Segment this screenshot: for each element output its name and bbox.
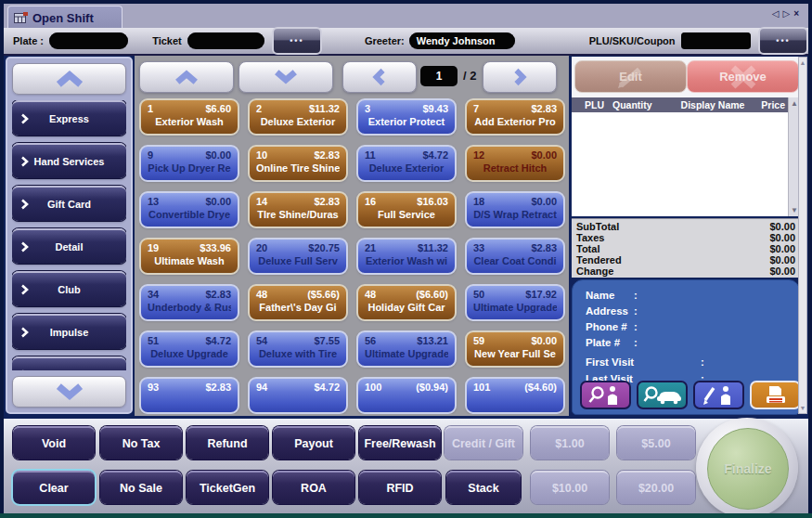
scroll-down-icon[interactable]: ▼ [791,206,798,214]
denom-10-button[interactable]: $10.00 [531,471,609,504]
order-table-body [572,112,788,216]
product-button[interactable]: 101($4.60) [465,377,565,414]
roa-button[interactable]: ROA [273,471,354,504]
denom-1-button[interactable]: $1.00 [531,426,609,460]
credit-gift-button[interactable]: Credit / Gift [445,426,522,460]
sidebar-item-gift-card[interactable]: Gift Card [12,186,126,221]
ticket-more-button[interactable]: ••• [272,27,322,55]
category-scroll-up-button[interactable] [12,63,126,95]
payout-button[interactable]: Payout [273,426,354,460]
main-content: Express Hand Services Gift Card Detail C… [4,56,808,416]
nav-forward-icon[interactable]: ▷ [782,8,793,19]
product-button[interactable]: 51$4.72 Deluxe Upgrade [139,330,239,368]
sidebar-item-hand-services[interactable]: Hand Services [12,143,126,178]
product-button[interactable]: 93$2.83 [139,377,239,414]
no-sale-button[interactable]: No Sale [100,471,182,504]
column-display-name: Display Name [670,99,755,110]
column-plu: PLU [585,99,612,110]
finalize-ring: Finalize [696,418,798,518]
totals-panel: SubTotal$0.00 Taxes$0.00 Total$0.00 Tend… [572,218,800,278]
chevron-right-icon [20,369,29,371]
grid-scroll-down-button[interactable] [238,61,333,93]
product-button[interactable]: 56$13.21 Ultimate Upgrade [356,330,457,368]
product-button[interactable]: 59$0.00 New Year Full Se [465,330,565,368]
scroll-up-icon[interactable]: ▲ [791,99,798,108]
stack-button[interactable]: Stack [446,471,521,504]
ticket-input[interactable] [187,32,264,49]
free-rewash-button[interactable]: Free/Rewash [359,426,441,460]
product-button[interactable]: 3$9.43 Exterior Protect [356,98,457,136]
sidebar-item-club[interactable]: Club [12,271,126,306]
panel-scrollbar[interactable]: ▲ ▼ [798,57,807,414]
scroll-up-icon[interactable]: ▲ [800,59,806,66]
denom-5-button[interactable]: $5.00 [617,426,695,460]
product-button[interactable]: 33$2.83 Clear Coat Condi [465,238,565,275]
product-button[interactable]: 12$0.00 Retract Hitch [465,145,565,182]
ticketgen-button[interactable]: TicketGen [187,471,268,504]
edit-item-button[interactable]: Edit [574,60,687,93]
print-receipt-button[interactable] [750,381,801,409]
finalize-button[interactable]: Finalize [707,428,789,510]
customer-plate-row: Plate #: [586,337,638,348]
search-customer-button[interactable] [580,381,631,409]
product-button[interactable]: 14$2.83 TIre Shine/Duras [248,191,348,228]
search-vehicle-button[interactable] [637,381,688,409]
sidebar-item-impulse[interactable]: Impulse [12,314,126,349]
sidebar-item-express[interactable]: Express [12,100,126,136]
clear-button[interactable]: Clear [13,471,95,504]
customer-phone-row: Phone #: [586,321,638,332]
product-button[interactable]: 13$0.00 Convertible Drye [139,191,239,228]
product-button[interactable]: 94$4.72 [248,377,348,414]
product-button[interactable]: 1$6.60 Exterior Wash [139,98,239,136]
chevron-right-icon [20,156,29,168]
plu-sku-coupon-input[interactable] [681,32,752,49]
denom-20-button[interactable]: $20.00 [617,471,695,504]
product-button[interactable]: 11$4.72 Deluxe Exterior [356,145,457,182]
grid-scroll-up-button[interactable] [139,61,234,93]
remove-item-button[interactable]: Remove [687,60,799,93]
close-icon[interactable]: × [793,8,803,19]
product-button[interactable]: 21$11.32 Exterior Wash wi [356,238,457,275]
grid-row: 51$4.72 Deluxe Upgrade 54$7.55 Deluxe wi… [139,330,568,368]
category-scroll-down-button[interactable] [12,376,126,408]
plate-input[interactable] [49,32,128,49]
tab-open-shift[interactable]: Open Shift [7,6,122,29]
total-row: Taxes$0.00 [576,232,795,243]
product-button[interactable]: 19$33.96 Ultimate Wash [139,238,239,275]
scroll-down-icon[interactable]: ▼ [800,405,806,411]
product-button[interactable]: 48($6.60) Holiday Gift Car [356,284,457,321]
edit-customer-button[interactable] [693,381,744,409]
order-panel: Edit Remove PLU Quantity Display Name Pr… [572,57,800,216]
product-button[interactable]: 9$0.00 Pick Up Dryer Re [139,145,239,182]
nav-back-icon[interactable]: ◁ [772,8,783,19]
product-button[interactable]: 18$0.00 D/S Wrap Retract [465,191,565,228]
product-button[interactable]: 7$2.83 Add Exterior Pro [465,98,565,136]
chevron-right-icon [20,327,29,339]
page-previous-button[interactable] [342,61,417,93]
rfid-button[interactable]: RFID [359,471,441,504]
pencil-person-icon [701,384,738,407]
sidebar-item-packages[interactable]: Packages [12,356,126,370]
product-button[interactable]: 10$2.83 Online Tire Shine [248,145,348,182]
greeter-input[interactable]: Wendy Johnson [409,32,515,49]
product-button[interactable]: 16$16.03 Full Service [356,191,457,228]
page-next-button[interactable] [483,61,557,93]
product-button[interactable]: 2$11.32 Deluxe Exterior [248,98,348,136]
search-car-icon [643,384,682,407]
plu-more-button[interactable]: ••• [758,27,808,55]
up-chevron-icon [168,69,205,85]
product-button[interactable]: 100($0.94) [356,377,457,414]
customer-panel: Name: Address: Phone #: Plate #: First V… [572,279,800,415]
void-button[interactable]: Void [13,426,95,460]
product-button[interactable]: 20$20.75 Deluxe Full Serv [248,238,348,275]
left-chevron-icon [369,68,390,86]
product-button[interactable]: 54$7.55 Deluxe with Tire [248,330,348,368]
greeter-label: Greeter: [365,35,405,46]
greeter-value: Wendy Johnson [417,35,496,46]
product-button[interactable]: 48($5.66) Father\'s Day Gi [248,284,348,321]
no-tax-button[interactable]: No Tax [100,426,182,460]
sidebar-item-detail[interactable]: Detail [12,228,126,264]
refund-button[interactable]: Refund [187,426,268,460]
product-button[interactable]: 50$17.92 Ultimate Upgrade [465,284,565,321]
product-button[interactable]: 34$2.83 Underbody & Rust [139,284,239,321]
